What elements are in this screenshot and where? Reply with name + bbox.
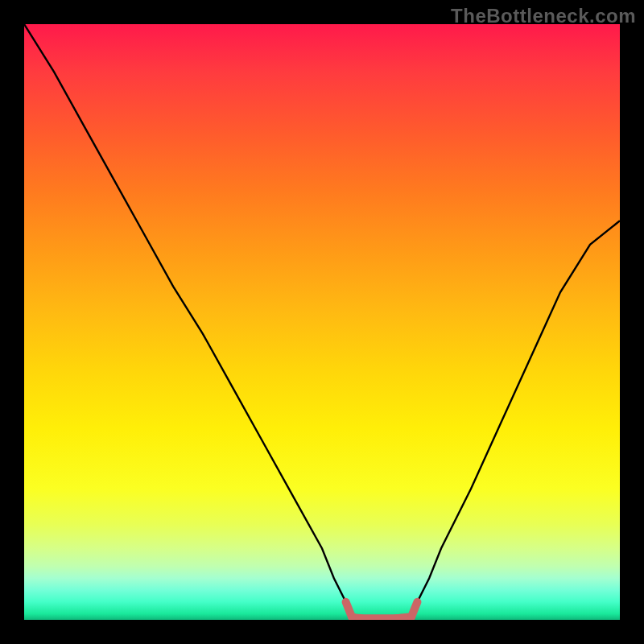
curve-layer <box>24 24 620 620</box>
highlight-cap-right <box>411 602 417 617</box>
curve-bottom-highlight <box>352 617 411 618</box>
highlight-cap-left <box>346 602 352 617</box>
curve-left <box>24 24 352 614</box>
watermark-text: TheBottleneck.com <box>451 5 636 27</box>
chart-stage: TheBottleneck.com <box>0 0 644 644</box>
curve-right <box>411 221 620 613</box>
plot-area <box>24 24 620 620</box>
